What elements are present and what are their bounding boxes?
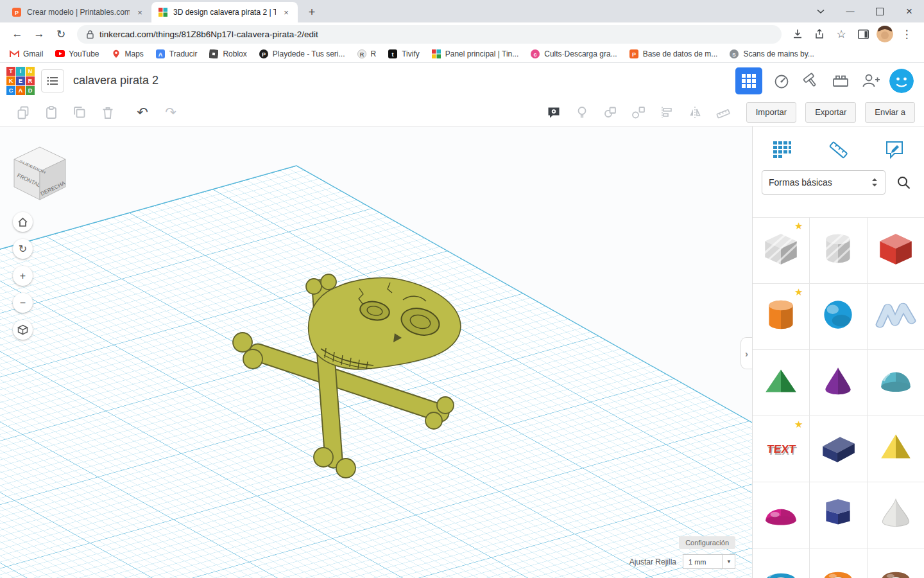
address-bar[interactable]: tinkercad.com/things/81Z8b6Np17I-calaver… bbox=[77, 25, 782, 44]
perspective-toggle-button[interactable] bbox=[13, 320, 33, 340]
shape-torus-thick[interactable] bbox=[810, 548, 866, 578]
undo-button[interactable]: ↶ bbox=[128, 101, 157, 123]
bookmark-playdede[interactable]: PPlaydede - Tus seri... bbox=[259, 49, 345, 59]
shape-pyramid[interactable] bbox=[868, 416, 924, 482]
close-button[interactable]: × bbox=[894, 0, 924, 22]
zoom-out-button[interactable]: − bbox=[13, 293, 33, 313]
mirror-button[interactable] bbox=[681, 101, 709, 123]
send-button[interactable]: Enviar a bbox=[865, 102, 915, 123]
bookmark-r-circle[interactable]: RR bbox=[357, 49, 377, 59]
design-title[interactable]: calavera pirata 2 bbox=[73, 74, 158, 87]
group-button[interactable] bbox=[596, 101, 624, 123]
zoom-in-button[interactable]: + bbox=[13, 266, 33, 286]
ruler-tool-button[interactable] bbox=[709, 101, 737, 123]
bookmark-tinkercad-mini[interactable]: Panel principal | Tin... bbox=[431, 49, 519, 59]
notes-panel-icon[interactable] bbox=[882, 137, 907, 162]
shape-half-sphere[interactable] bbox=[753, 482, 809, 548]
reload-button[interactable]: ↻ bbox=[51, 24, 71, 44]
bookmark-label: Cults·Descarga gra... bbox=[544, 49, 617, 58]
home-view-button[interactable] bbox=[13, 212, 33, 232]
panel-collapse-handle[interactable]: › bbox=[740, 337, 752, 369]
header-nav bbox=[735, 67, 918, 94]
paste-button[interactable] bbox=[37, 101, 65, 123]
shape-sphere[interactable] bbox=[810, 284, 866, 349]
shape-wedge[interactable] bbox=[810, 416, 866, 482]
tab-close-icon[interactable]: × bbox=[135, 7, 145, 17]
shape-roof[interactable] bbox=[753, 350, 809, 416]
view-cube[interactable]: SUPERIOR FRONTAL DERECHA bbox=[10, 143, 69, 205]
tab-printables[interactable]: P Crear modelo | Printables.com × bbox=[5, 2, 151, 22]
3d-canvas[interactable]: SUPERIOR FRONTAL DERECHA ↻ + − › bbox=[0, 127, 752, 578]
tips-lightbulb-button[interactable] bbox=[568, 101, 596, 123]
fit-view-button[interactable]: ↻ bbox=[13, 239, 33, 259]
tab-search-chevron-icon[interactable] bbox=[806, 0, 835, 22]
minimize-button[interactable]: — bbox=[835, 0, 865, 22]
redo-button[interactable]: ↷ bbox=[157, 101, 185, 123]
shape-cone[interactable] bbox=[810, 350, 866, 416]
bookmark-tivify[interactable]: tTivify bbox=[388, 49, 420, 59]
design-menu-button[interactable] bbox=[41, 69, 64, 92]
cylinder-hole-icon bbox=[817, 228, 859, 269]
bookmark-maps[interactable]: Maps bbox=[111, 49, 144, 59]
ruler-panel-icon[interactable] bbox=[826, 137, 851, 162]
shape-tube[interactable] bbox=[868, 548, 924, 578]
bookmark-scans[interactable]: SScans de mains by... bbox=[729, 49, 814, 59]
bookmark-cults[interactable]: cCults·Descarga gra... bbox=[530, 49, 617, 59]
tinkercad-logo[interactable]: TIN KER CAD bbox=[6, 67, 35, 95]
shape-category-row: Formas básicas bbox=[762, 170, 915, 195]
shape-box[interactable] bbox=[868, 218, 924, 283]
browser-navbar: ← → ↻ tinkercad.com/things/81Z8b6Np17I-c… bbox=[0, 22, 924, 46]
side-panel-icon[interactable] bbox=[853, 24, 873, 44]
nav-build[interactable] bbox=[801, 71, 821, 91]
tivify-favicon: t bbox=[388, 49, 398, 59]
cylinder-icon bbox=[760, 294, 801, 335]
shape-dome[interactable] bbox=[868, 350, 924, 416]
pyramid-icon bbox=[875, 426, 916, 468]
tab-tinkercad[interactable]: 3D design calavera pirata 2 | Tin × bbox=[151, 2, 298, 22]
bookmark-printables-orange[interactable]: PBase de datos de m... bbox=[629, 49, 718, 59]
account-avatar[interactable] bbox=[889, 69, 914, 93]
forward-button[interactable]: → bbox=[30, 24, 49, 44]
dropdown-caret-icon: ▼ bbox=[723, 555, 735, 568]
bookmark-translate[interactable]: ATraducir bbox=[155, 49, 198, 59]
bookmark-youtube[interactable]: YouTube bbox=[55, 49, 99, 59]
shape-category-select[interactable]: Formas básicas bbox=[762, 170, 886, 195]
maximize-button[interactable] bbox=[865, 0, 894, 22]
tab-close-icon[interactable]: × bbox=[281, 7, 291, 17]
snap-grid-select[interactable]: 1 mm ▼ bbox=[683, 554, 735, 569]
new-tab-button[interactable]: + bbox=[303, 3, 321, 21]
browser-profile-avatar[interactable] bbox=[877, 26, 893, 42]
delete-button[interactable] bbox=[94, 101, 122, 123]
bookmark-star-icon[interactable]: ☆ bbox=[832, 24, 851, 44]
shape-box-hole[interactable]: ★ bbox=[753, 218, 809, 283]
align-button[interactable] bbox=[653, 101, 681, 123]
export-button[interactable]: Exportar bbox=[805, 102, 856, 123]
shape-search-button[interactable] bbox=[892, 171, 915, 194]
download-icon[interactable] bbox=[788, 24, 807, 44]
shape-cylinder[interactable]: ★ bbox=[753, 284, 809, 349]
shape-list-scroll[interactable]: ★★TEXTTEXT★ bbox=[753, 217, 924, 578]
nav-3d-designs[interactable] bbox=[735, 67, 762, 94]
shape-paraboloid[interactable] bbox=[868, 482, 924, 548]
nav-circuits[interactable] bbox=[771, 71, 792, 91]
model-skull-crossbones[interactable] bbox=[0, 127, 752, 578]
import-button[interactable]: Importar bbox=[746, 102, 796, 123]
grid-config-button[interactable]: Configuración bbox=[679, 536, 735, 549]
copy-button[interactable] bbox=[9, 101, 37, 123]
nav-bricks[interactable] bbox=[830, 71, 851, 91]
notes-comment-button[interactable] bbox=[540, 101, 568, 123]
duplicate-button[interactable] bbox=[65, 101, 94, 123]
shape-cylinder-hole[interactable] bbox=[810, 218, 866, 283]
bookmark-gmail[interactable]: Gmail bbox=[9, 49, 43, 59]
shape-scribble[interactable] bbox=[868, 284, 924, 349]
bookmark-roblox[interactable]: Roblox bbox=[209, 49, 246, 59]
invite-person-icon[interactable] bbox=[860, 71, 880, 91]
shape-text[interactable]: TEXTTEXT★ bbox=[753, 416, 809, 482]
shape-polygon[interactable] bbox=[810, 482, 866, 548]
shapes-grid-view-icon[interactable] bbox=[769, 137, 795, 162]
back-button[interactable]: ← bbox=[8, 24, 27, 44]
browser-menu-icon[interactable]: ⋮ bbox=[897, 24, 916, 44]
share-icon[interactable] bbox=[810, 24, 829, 44]
ungroup-button[interactable] bbox=[624, 101, 653, 123]
shape-torus[interactable] bbox=[753, 548, 809, 578]
